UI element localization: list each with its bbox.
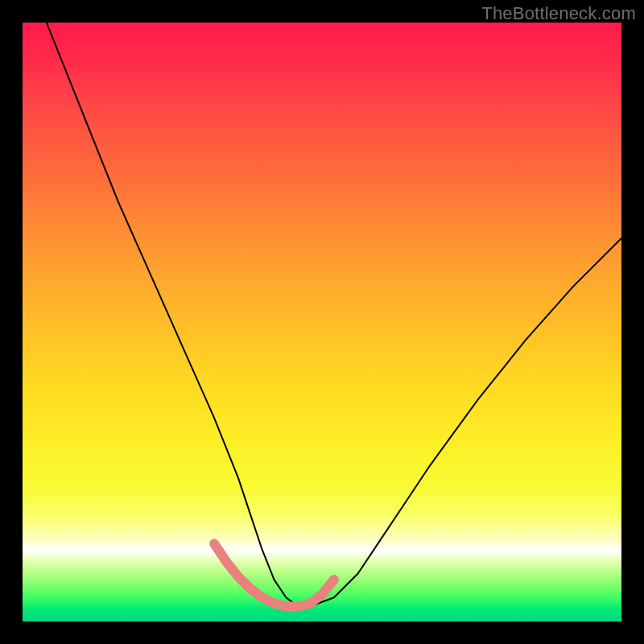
series-bottleneck-curve bbox=[47, 23, 621, 606]
chart-frame: TheBottleneck.com bbox=[0, 0, 644, 644]
chart-svg bbox=[23, 23, 621, 621]
plot-outer-border bbox=[23, 23, 621, 621]
series-optimal-range-highlight bbox=[214, 543, 334, 606]
watermark-text: TheBottleneck.com bbox=[481, 3, 636, 24]
